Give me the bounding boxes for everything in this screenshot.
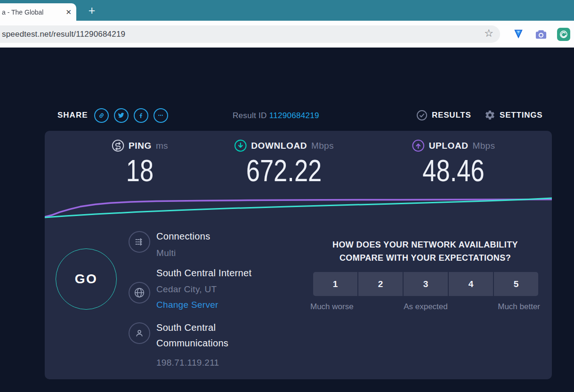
- new-tab-icon[interactable]: +: [84, 3, 100, 18]
- download-icon: [234, 139, 247, 152]
- url-text: speedtest.net/result/11290684219: [0, 30, 125, 39]
- download-value: 672.22: [243, 154, 324, 189]
- result-panel: PING ms 18 DOWNLOAD Mbps 672.22: [45, 131, 552, 379]
- isp-info: South Central Communications 198.71.119.…: [156, 320, 260, 368]
- download-unit: Mbps: [311, 141, 334, 151]
- globe-icon: [129, 282, 150, 304]
- ping-icon: [112, 139, 124, 152]
- result-id-value[interactable]: 11290684219: [269, 111, 319, 120]
- connections-icon: [129, 231, 150, 253]
- more-share-icon[interactable]: [154, 108, 168, 123]
- results-button[interactable]: RESULTS: [416, 110, 471, 121]
- rating-scale-labels: Much worse As expected Much better: [310, 302, 540, 312]
- isp-name: South Central Communications: [156, 320, 260, 351]
- rating-button-2[interactable]: 2: [358, 272, 403, 296]
- connections-label: Connections: [156, 231, 210, 242]
- go-label: GO: [75, 272, 98, 287]
- recorder-extension-bg: [557, 28, 570, 41]
- upload-icon: [412, 139, 425, 152]
- twitter-icon[interactable]: [114, 108, 129, 123]
- vpn-extension-icon[interactable]: [511, 27, 525, 41]
- survey-question-line2: COMPARE WITH YOUR EXPECTATIONS?: [303, 251, 548, 264]
- ping-value: 18: [117, 154, 163, 189]
- scale-label-high: Much better: [498, 302, 540, 312]
- settings-label: SETTINGS: [500, 111, 542, 120]
- camera-extension-icon[interactable]: [534, 27, 548, 41]
- tab-close-icon[interactable]: ✕: [65, 8, 72, 16]
- ping-unit: ms: [156, 141, 168, 151]
- ping-label: PING: [129, 141, 152, 151]
- rating-bar: 1 2 3 4 5: [313, 272, 538, 296]
- address-bar[interactable]: speedtest.net/result/11290684219 ☆: [0, 25, 500, 43]
- connections-info: Connections Multi: [156, 231, 210, 258]
- copy-link-icon[interactable]: [94, 108, 109, 123]
- change-server-link[interactable]: Change Server: [156, 300, 251, 310]
- results-label: RESULTS: [432, 111, 471, 120]
- server-name: South Central Internet: [156, 267, 251, 279]
- facebook-icon[interactable]: [134, 108, 148, 123]
- bookmark-star-icon[interactable]: ☆: [484, 27, 493, 40]
- share-row: SHARE: [57, 107, 168, 123]
- upload-value: 48.46: [420, 154, 488, 189]
- download-curve: [45, 198, 552, 217]
- rating-button-5[interactable]: 5: [494, 272, 538, 296]
- download-label: DOWNLOAD: [251, 141, 307, 151]
- gear-icon: [485, 110, 495, 120]
- speedtest-result-page: SHARE Result ID 11290684219: [0, 48, 574, 392]
- survey-question: HOW DOES YOUR NETWORK AVAILABILITY COMPA…: [303, 238, 548, 264]
- survey-question-line1: HOW DOES YOUR NETWORK AVAILABILITY: [303, 238, 548, 251]
- rating-button-1[interactable]: 1: [313, 272, 357, 296]
- browser-toolbar: speedtest.net/result/11290684219 ☆: [0, 21, 574, 48]
- isp-ip: 198.71.119.211: [156, 358, 260, 368]
- download-stat: DOWNLOAD Mbps 672.22: [234, 139, 333, 189]
- settings-button[interactable]: SETTINGS: [485, 110, 542, 120]
- connections-value: Multi: [156, 248, 210, 258]
- upload-curve: [45, 200, 552, 217]
- go-button[interactable]: GO: [56, 248, 117, 310]
- scale-label-mid: As expected: [404, 302, 448, 312]
- upload-label: UPLOAD: [429, 141, 469, 151]
- result-id-label: Result ID: [233, 111, 267, 120]
- server-location: Cedar City, UT: [156, 284, 251, 295]
- upload-stat: UPLOAD Mbps 48.46: [412, 139, 495, 189]
- tab-title: a - The Global: [2, 8, 63, 16]
- rating-button-4[interactable]: 4: [449, 272, 493, 296]
- server-info: South Central Internet Cedar City, UT Ch…: [156, 267, 251, 310]
- speed-graph: [45, 195, 552, 219]
- upload-unit: Mbps: [473, 141, 495, 151]
- browser-tab[interactable]: a - The Global ✕: [0, 3, 76, 21]
- rating-button-3[interactable]: 3: [404, 272, 448, 296]
- browser-tab-bar: a - The Global ✕ +: [0, 0, 574, 21]
- result-id: Result ID 11290684219: [233, 111, 319, 120]
- check-circle-icon: [416, 110, 428, 121]
- recorder-extension-icon[interactable]: [557, 27, 571, 41]
- ping-stat: PING ms 18: [112, 139, 168, 189]
- person-icon: [129, 322, 150, 344]
- scale-label-low: Much worse: [310, 302, 354, 312]
- share-label: SHARE: [57, 111, 88, 120]
